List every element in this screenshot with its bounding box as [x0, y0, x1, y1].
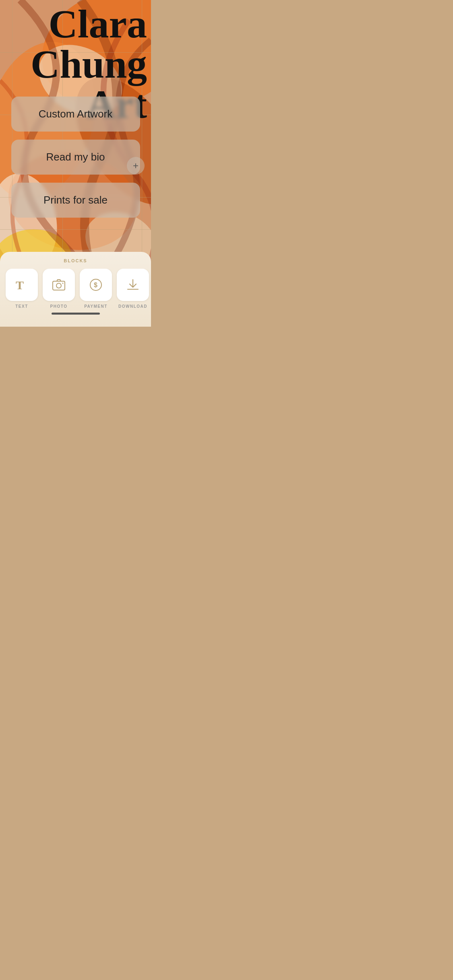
dollar-circle-icon: $ [88, 277, 103, 292]
title-line2: Chung [31, 44, 147, 84]
block-item-photo[interactable]: PHOTO [43, 269, 75, 309]
photo-block-label: PHOTO [50, 304, 68, 309]
svg-point-12 [56, 283, 61, 288]
camera-icon [51, 277, 66, 292]
block-item-download[interactable]: DOWNLOAD [117, 269, 149, 309]
download-block-icon-box[interactable] [117, 269, 149, 301]
svg-point-13 [62, 283, 64, 284]
title-line1: Clara [31, 4, 147, 44]
payment-block-icon-box[interactable]: $ [80, 269, 112, 301]
download-block-label: DOWNLOAD [118, 304, 147, 309]
block-item-text[interactable]: T TEXT [6, 269, 38, 309]
payment-block-label: PAYMENT [84, 304, 108, 309]
blocks-row: T TEXT PHOTO $ [0, 269, 151, 309]
prints-for-sale-button[interactable]: Prints for sale [11, 183, 140, 218]
svg-rect-11 [53, 281, 65, 290]
read-my-bio-button[interactable]: Read my bio [11, 140, 140, 175]
home-indicator [52, 313, 100, 315]
plus-icon: + [133, 160, 139, 171]
text-icon: T [14, 277, 29, 292]
block-item-payment[interactable]: $ PAYMENT [80, 269, 112, 309]
blocks-heading: BLOCKS [0, 258, 151, 263]
blocks-panel: BLOCKS T TEXT PHOTO [0, 252, 151, 327]
photo-block-icon-box[interactable] [43, 269, 75, 301]
text-block-label: TEXT [15, 304, 28, 309]
svg-text:$: $ [94, 282, 97, 288]
custom-artwork-button[interactable]: Custom Artwork [11, 97, 140, 132]
text-block-icon-box[interactable]: T [6, 269, 38, 301]
add-block-button[interactable]: + [127, 157, 145, 175]
svg-text:T: T [16, 278, 24, 292]
download-icon [125, 277, 141, 292]
nav-buttons-container: Custom Artwork Read my bio Prints for sa… [11, 97, 140, 218]
